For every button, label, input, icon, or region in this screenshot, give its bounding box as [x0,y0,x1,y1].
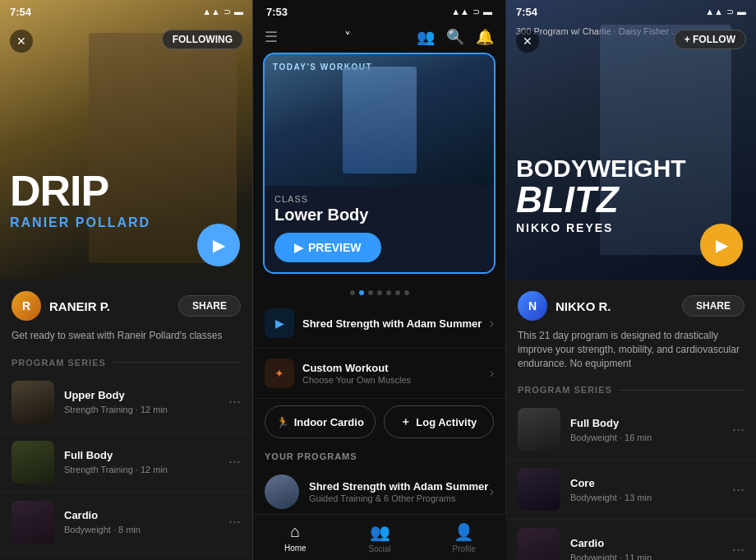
left-workout-list: Upper Body Strength Training · 12 min ··… [0,373,252,560]
workout-meta-1: Strength Training · 12 min [64,405,219,414]
mid-log-activity-button[interactable]: ＋ Log Activity [384,405,495,438]
left-hero-title-area: DRIP RANIER POLLARD [10,169,150,230]
right-battery-icon: ▬ [737,7,746,16]
mid-dots-indicator [253,284,505,299]
right-workout-item-core[interactable]: Core Bodyweight · 13 min ··· [506,460,756,520]
right-profile-info: N NIKKO R. [518,291,611,321]
mid-status-bar: 7:53 ▲▲ ⊃ ▬ [253,0,505,23]
workout-thumb-1 [12,381,54,423]
right-profile-name: NIKKO R. [555,299,611,313]
mid-bottom-nav: ⌂ Home 👥 Social 👤 Profile [253,514,506,560]
right-workout-info-3: Cardio Bodyweight · 11 min [570,537,722,560]
mid-shred-text: Shred Strength with Adam Summer [302,317,490,330]
left-play-button[interactable]: ▶ [197,224,240,266]
right-workout-more-2[interactable]: ··· [732,481,744,498]
right-follow-button[interactable]: + FOLLOW [674,30,746,49]
mid-program-arrow: › [490,484,494,499]
mid-program-thumb [265,474,299,509]
mid-shred-strength-item[interactable]: ▶ Shred Strength with Adam Summer › [253,299,505,349]
mid-preview-button[interactable]: ▶ PREVIEW [274,233,381,262]
mid-workout-card-image: TODAY'S WORKOUT [265,54,494,186]
right-workout-more-3[interactable]: ··· [732,541,744,558]
nav-social-label: Social [368,544,390,553]
left-hero: 7:54 ▲▲ ⊃ ▬ ✕ FOLLOWING DRIP RANIER POLL… [0,0,253,280]
workout-title-2: Full Body [64,449,219,463]
right-avatar: N [518,291,547,321]
workout-info-2: Full Body Strength Training · 12 min [64,449,219,474]
workout-item-full-body[interactable]: Full Body Strength Training · 12 min ··· [0,433,252,493]
right-workout-more-1[interactable]: ··· [732,421,744,438]
right-signal-icon: ▲▲ [705,7,723,16]
nav-social[interactable]: 👥 Social [338,522,422,553]
right-close-button[interactable]: ✕ [516,30,539,53]
mid-custom-arrow: › [490,366,494,381]
video-icon: ▶ [275,317,284,330]
mid-workout-figure [343,67,417,174]
workout-item-cardio[interactable]: Cardio Bodyweight · 8 min ··· [0,493,252,553]
right-status-time: 7:54 [516,6,537,18]
mid-shred-title: Shred Strength with Adam Summer [302,317,490,330]
mid-shred-icon: ▶ [265,308,294,338]
plus-icon: ＋ [400,414,411,429]
mid-search-icon[interactable]: 🔍 [446,28,464,46]
right-share-button[interactable]: SHARE [682,295,744,317]
mid-your-programs-header: YOUR PROGRAMS [253,442,505,466]
right-workout-list: Full Body Bodyweight · 16 min ··· Core B… [506,400,756,560]
mid-bell-icon[interactable]: 🔔 [476,28,494,46]
mid-top-action-icons: 👥 🔍 🔔 [417,28,494,46]
nav-profile[interactable]: 👤 Profile [422,522,506,553]
workout-title-1: Upper Body [64,389,219,403]
workout-more-2[interactable]: ··· [228,453,241,470]
left-status-icons: ▲▲ ⊃ ▬ [202,7,243,17]
workout-more-1[interactable]: ··· [228,393,241,410]
nav-home[interactable]: ⌂ Home [253,522,338,553]
workout-info-1: Upper Body Strength Training · 12 min [64,389,219,414]
workout-title-3: Cardio [64,509,219,523]
workout-item-upper-body[interactable]: Upper Body Strength Training · 12 min ··… [0,373,252,433]
mid-action-row: 🏃 Indoor Cardio ＋ Log Activity [253,399,505,442]
left-profile-desc: Get ready to sweat with Raneir Pollard's… [0,329,252,353]
right-workout-thumb-3 [518,528,560,560]
left-panel: 7:54 ▲▲ ⊃ ▬ ✕ FOLLOWING DRIP RANIER POLL… [0,0,253,560]
right-workout-item-full-body[interactable]: Full Body Bodyweight · 16 min ··· [506,400,756,460]
mid-program-info: Shred Strength with Adam Summer Guided T… [309,480,490,503]
signal-icon: ▲▲ [202,7,220,16]
left-profile-info: R RANEIR P. [12,291,110,321]
mid-indoor-cardio-button[interactable]: 🏃 Indoor Cardio [265,405,376,438]
nav-profile-label: Profile [453,544,476,553]
dot-7 [404,290,409,295]
right-section-header: PROGRAM SERIES [506,380,756,400]
workout-more-3[interactable]: ··· [228,513,241,530]
left-status-time: 7:54 [10,6,31,18]
right-hero-name: NIKKO REYES [516,221,686,234]
mid-dropdown-icon[interactable]: ˅ [344,30,351,45]
right-workout-info-2: Core Bodyweight · 13 min [570,477,722,502]
dot-1 [350,290,355,295]
dot-3 [368,290,373,295]
right-play-button[interactable]: ▶ [700,224,743,266]
mid-people-icon[interactable]: 👥 [417,28,435,46]
mid-wifi-icon: ⊃ [472,7,480,17]
right-hero-text: BODYWEIGHT BLITZ NIKKO REYES [516,155,686,234]
mid-custom-workout-item[interactable]: ✦ Custom Workout Choose Your Own Muscles… [253,349,505,399]
workout-info-3: Cardio Bodyweight · 8 min [64,509,219,535]
social-icon: 👥 [370,522,390,542]
left-close-button[interactable]: ✕ [10,30,33,53]
battery-icon: ▬ [234,7,243,16]
workout-meta-3: Bodyweight · 8 min [64,525,219,535]
right-workout-meta-3: Bodyweight · 11 min [570,553,722,560]
mid-menu-icon[interactable]: ☰ [265,28,278,46]
mid-custom-sub: Choose Your Own Muscles [302,375,490,385]
right-panel: 7:54 ▲▲ ⊃ ▬ 300 Program w/ Charlie · Dai… [506,0,756,560]
workout-item-lower-cool[interactable]: Lower Body Cool Down Bodyweight · 6 min … [0,553,252,560]
left-avatar: R [12,291,41,321]
right-workout-item-cardio[interactable]: Cardio Bodyweight · 11 min ··· [506,520,756,560]
wifi-icon: ⊃ [224,7,231,17]
preview-play-icon: ▶ [294,241,303,254]
mid-program-item[interactable]: Shred Strength with Adam Summer Guided T… [253,466,505,518]
mid-battery-icon: ▬ [483,7,492,16]
right-workout-title-3: Cardio [570,537,722,551]
right-hero-title-1: BODYWEIGHT [516,155,686,182]
left-following-button[interactable]: FOLLOWING [162,30,243,49]
left-share-button[interactable]: SHARE [178,295,241,317]
